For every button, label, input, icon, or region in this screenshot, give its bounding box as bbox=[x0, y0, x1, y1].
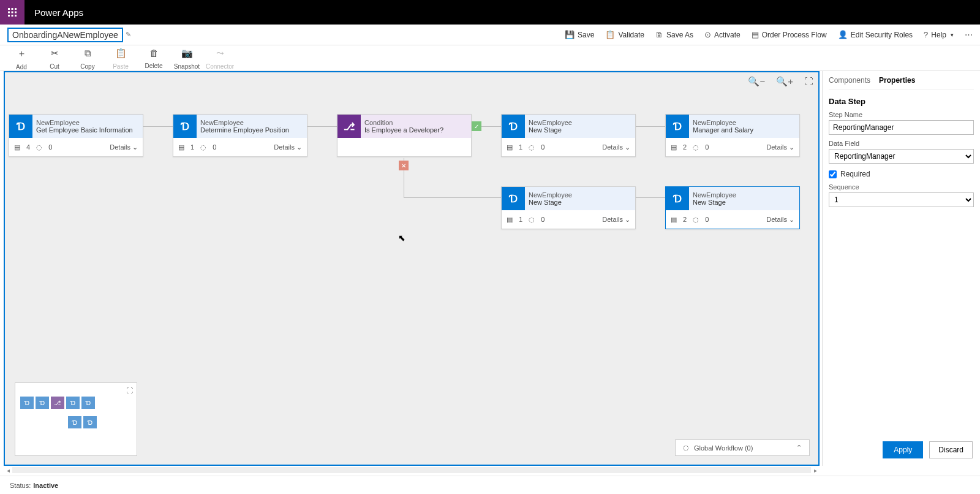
toolbar: ＋Add ✂Cut ⧉Copy 📋Paste 🗑Delete 📷Snapshot… bbox=[0, 45, 980, 71]
minimap-node: Ɗ bbox=[20, 397, 34, 409]
stage-determine-position[interactable]: Ɗ NewEmployeeDetermine Employee Position… bbox=[173, 114, 307, 157]
svg-rect-4 bbox=[12, 12, 13, 13]
trigger-icon: ◌ bbox=[200, 143, 206, 151]
stage-basic-info[interactable]: Ɗ NewEmployeeGet Employee Basic Informat… bbox=[9, 114, 143, 157]
pencil-icon[interactable]: ✎ bbox=[126, 31, 131, 39]
connector-line bbox=[142, 126, 176, 127]
details-toggle[interactable]: Details ⌄ bbox=[274, 143, 302, 151]
steps-icon: ▤ bbox=[507, 143, 513, 151]
step-name-label: Step Name bbox=[829, 111, 974, 118]
minimap-node: Ɗ bbox=[36, 397, 49, 409]
svg-rect-2 bbox=[15, 8, 17, 10]
zoom-out-icon[interactable]: 🔍− bbox=[748, 76, 765, 87]
save-as-button[interactable]: 🗎Save As bbox=[655, 30, 693, 39]
paste-button[interactable]: 📋Paste bbox=[104, 48, 137, 71]
delete-button[interactable]: 🗑Delete bbox=[137, 48, 170, 70]
stage-icon: Ɗ bbox=[173, 115, 197, 138]
minimap-node: Ɗ bbox=[66, 397, 80, 409]
step-name-input[interactable] bbox=[829, 120, 974, 135]
details-toggle[interactable]: Details ⌄ bbox=[766, 143, 794, 151]
stage-manager-salary[interactable]: Ɗ NewEmployeeManager and Salary ▤2 ◌0 De… bbox=[665, 114, 800, 157]
details-toggle[interactable]: Details ⌄ bbox=[602, 216, 630, 224]
required-checkbox[interactable] bbox=[829, 170, 837, 178]
svg-rect-0 bbox=[8, 8, 10, 10]
order-process-flow-button[interactable]: ▤Order Process Flow bbox=[752, 30, 827, 39]
data-field-label: Data Field bbox=[829, 140, 974, 147]
svg-rect-3 bbox=[8, 12, 10, 13]
condition-is-developer[interactable]: ⎇ ConditionIs Employee a Developer? bbox=[337, 114, 472, 157]
horizontal-scrollbar[interactable]: ◂ ▸ bbox=[4, 466, 820, 474]
steps-icon: ▤ bbox=[671, 216, 677, 224]
fit-screen-icon[interactable]: ⛶ bbox=[804, 76, 813, 87]
minimap-node: Ɗ bbox=[83, 416, 97, 428]
minimap[interactable]: ⛶ Ɗ Ɗ ⎇ Ɗ Ɗ Ɗ Ɗ bbox=[15, 382, 137, 456]
sequence-select[interactable]: 1 bbox=[829, 192, 974, 207]
steps-icon: ▤ bbox=[671, 143, 677, 151]
waffle-icon[interactable] bbox=[0, 0, 24, 25]
discard-button[interactable]: Discard bbox=[929, 441, 973, 458]
details-toggle[interactable]: Details ⌄ bbox=[602, 143, 630, 151]
stage-icon: Ɗ bbox=[9, 115, 32, 138]
snapshot-button[interactable]: 📷Snapshot bbox=[170, 48, 203, 71]
details-toggle[interactable]: Details ⌄ bbox=[110, 143, 138, 151]
trigger-icon: ◌ bbox=[693, 216, 699, 224]
global-workflow[interactable]: ◌ Global Workflow (0) ⌃ bbox=[675, 439, 810, 456]
properties-panel: Components Properties Data Step Step Nam… bbox=[822, 71, 980, 466]
connector-line bbox=[635, 197, 669, 198]
svg-rect-7 bbox=[12, 15, 13, 17]
stage-icon: Ɗ bbox=[666, 187, 689, 210]
copy-button[interactable]: ⧉Copy bbox=[71, 48, 104, 71]
panel-title: Data Step bbox=[829, 97, 974, 106]
apply-button[interactable]: Apply bbox=[883, 441, 923, 458]
stage-icon: Ɗ bbox=[502, 187, 525, 210]
validate-button[interactable]: 📋Validate bbox=[605, 30, 644, 39]
sequence-label: Sequence bbox=[829, 183, 974, 191]
svg-rect-5 bbox=[15, 12, 17, 13]
connector-button[interactable]: ⤳Connector bbox=[203, 48, 236, 71]
stage-no-new-2[interactable]: Ɗ NewEmployeeNew Stage ▤2 ◌0 Details ⌄ bbox=[665, 186, 800, 229]
flow-name[interactable]: OnboardingANewEmployee bbox=[7, 28, 123, 42]
svg-rect-6 bbox=[8, 15, 10, 17]
condition-no-icon: ✕ bbox=[399, 161, 409, 170]
header-row: OnboardingANewEmployee ✎ 💾Save 📋Validate… bbox=[0, 25, 980, 45]
tab-properties[interactable]: Properties bbox=[879, 76, 915, 85]
condition-yes-icon: ✓ bbox=[472, 121, 481, 131]
canvas[interactable]: 🔍− 🔍+ ⛶ ✓ ✕ Ɗ NewEmployeeGet Employee Ba… bbox=[4, 71, 820, 466]
connector-line bbox=[635, 126, 669, 127]
stage-icon: Ɗ bbox=[666, 115, 689, 138]
condition-icon: ⎇ bbox=[337, 115, 361, 138]
trigger-icon: ◌ bbox=[693, 143, 699, 151]
stage-icon: Ɗ bbox=[502, 115, 525, 138]
edit-security-button[interactable]: 👤Edit Security Roles bbox=[838, 30, 913, 39]
steps-icon: ▤ bbox=[178, 143, 184, 151]
minimap-node: Ɗ bbox=[81, 397, 95, 409]
svg-rect-8 bbox=[15, 15, 17, 17]
stage-yes-new[interactable]: Ɗ NewEmployeeNew Stage ▤1 ◌0 Details ⌄ bbox=[501, 114, 636, 157]
minimap-node: Ɗ bbox=[68, 416, 81, 428]
scroll-right-icon[interactable]: ▸ bbox=[811, 466, 820, 474]
activate-button[interactable]: ⊙Activate bbox=[704, 30, 741, 39]
save-button[interactable]: 💾Save bbox=[565, 30, 594, 39]
steps-icon: ▤ bbox=[14, 143, 20, 151]
minimap-node: ⎇ bbox=[51, 397, 64, 409]
svg-rect-1 bbox=[12, 8, 13, 10]
zoom-in-icon[interactable]: 🔍+ bbox=[776, 76, 793, 87]
status-bar: Status:Inactive bbox=[0, 476, 980, 494]
cut-button[interactable]: ✂Cut bbox=[38, 48, 71, 71]
help-button[interactable]: ?Help▾ bbox=[924, 30, 954, 39]
chevron-up-icon: ⌃ bbox=[796, 444, 802, 452]
scroll-left-icon[interactable]: ◂ bbox=[4, 466, 12, 474]
tab-components[interactable]: Components bbox=[829, 76, 870, 85]
required-label: Required bbox=[840, 170, 870, 178]
add-button[interactable]: ＋Add bbox=[5, 48, 38, 72]
details-toggle[interactable]: Details ⌄ bbox=[766, 216, 794, 224]
steps-icon: ▤ bbox=[507, 216, 513, 224]
trigger-icon: ◌ bbox=[529, 216, 535, 224]
trigger-icon: ◌ bbox=[529, 143, 535, 151]
app-title: Power Apps bbox=[34, 7, 83, 18]
more-icon[interactable]: ⋯ bbox=[965, 30, 973, 39]
stage-no-new[interactable]: Ɗ NewEmployeeNew Stage ▤1 ◌0 Details ⌄ bbox=[501, 186, 636, 229]
cursor-icon: ⬉ bbox=[398, 233, 405, 243]
data-field-select[interactable]: ReportingManager bbox=[829, 149, 974, 164]
minimap-fit-icon[interactable]: ⛶ bbox=[126, 387, 133, 394]
